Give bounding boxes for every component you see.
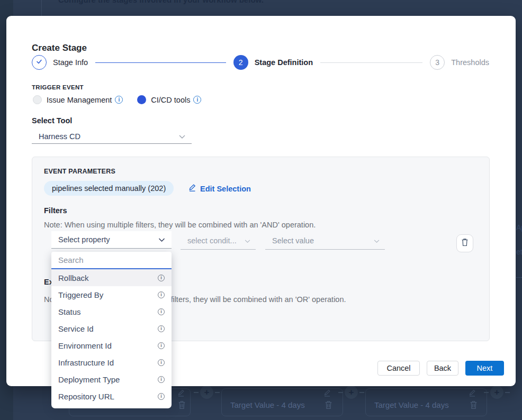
info-icon[interactable]: i [158, 275, 165, 281]
background-text-fragment: et [516, 248, 522, 256]
option-label: Service Id [58, 324, 94, 333]
edit-icon [177, 389, 186, 397]
check-icon [35, 57, 43, 68]
info-icon[interactable]: i [158, 325, 165, 332]
dashed-connector [484, 392, 489, 393]
edit-icon [188, 184, 200, 194]
property-dropdown[interactable]: Select property [51, 231, 172, 249]
event-parameters-heading: EVENT PARAMETERS [44, 168, 115, 175]
info-icon[interactable]: i [158, 359, 165, 366]
step-label: Stage Info [53, 58, 88, 67]
dashed-connector [359, 392, 364, 393]
option-environment-id[interactable]: Environment Idi [51, 337, 172, 354]
property-placeholder: Select property [58, 235, 110, 244]
dashed-connector [215, 392, 220, 393]
selection-pill: pipelines selected manually (202) [44, 181, 174, 196]
background-header-text: Configure the stages involved in your wo… [58, 0, 264, 4]
option-label: Infrastructure Id [58, 358, 114, 367]
stepper: Stage Info 2 Stage Definition 3 Threshol… [32, 54, 489, 70]
add-stage-button: + [490, 386, 503, 399]
option-infrastructure-id[interactable]: Infrastructure Idi [51, 354, 172, 371]
info-icon[interactable]: i [115, 96, 123, 104]
trigger-event-options: Issue Management i CI/CD tools i [33, 95, 201, 104]
chevron-down-icon [179, 132, 185, 141]
info-icon[interactable]: i [158, 342, 165, 349]
filters-heading: Filters [44, 206, 67, 215]
step-number: 3 [430, 55, 445, 70]
trash-icon [461, 238, 469, 249]
add-stage-button: + [200, 386, 213, 399]
info-icon[interactable]: i [158, 376, 165, 383]
select-tool-label: Select Tool [32, 116, 72, 125]
trash-icon [325, 400, 334, 409]
create-stage-modal: Create Stage Stage Info 2 Stage Definiti… [6, 16, 516, 386]
cancel-button[interactable]: Cancel [377, 361, 420, 376]
option-rollback[interactable]: Rollbacki [51, 269, 172, 286]
radio-label: Issue Management [47, 96, 112, 104]
chevron-down-icon [245, 236, 250, 245]
radio-label: CI/CD tools [151, 96, 190, 104]
search-input[interactable] [58, 255, 165, 264]
delete-filter-button[interactable] [456, 234, 473, 252]
select-tool-value: Harness CD [39, 132, 80, 141]
option-label: Environment Id [58, 341, 112, 350]
radio-unselected[interactable] [33, 95, 42, 104]
option-label: Repository URL [58, 392, 114, 401]
stepper-connector [320, 62, 422, 63]
info-icon[interactable]: i [158, 393, 165, 400]
search-field [51, 252, 172, 269]
condition-placeholder: select condit... [187, 236, 237, 245]
radio-issue-management[interactable]: Issue Management i [33, 95, 123, 104]
back-button[interactable]: Back [427, 361, 458, 376]
option-label: Triggered By [58, 290, 103, 299]
background-divider [41, 0, 42, 16]
option-triggered-by[interactable]: Triggered Byi [51, 286, 172, 303]
select-tool-dropdown[interactable]: Harness CD [32, 129, 192, 144]
radio-cicd-tools[interactable]: CI/CD tools i [137, 95, 201, 104]
option-label: Status [58, 307, 81, 316]
info-icon[interactable]: i [158, 308, 165, 315]
property-dropdown-menu: Rollbacki Triggered Byi Statusi Service … [51, 252, 172, 408]
option-label: Deployment Type [58, 375, 120, 384]
option-label: Rollback [58, 273, 89, 282]
info-icon[interactable]: i [158, 291, 165, 298]
dashed-connector [505, 392, 510, 393]
chevron-down-icon [374, 236, 380, 245]
dashed-connector [338, 392, 343, 393]
trigger-event-label: TRIGGER EVENT [32, 84, 84, 90]
filters-note: Note: When using multiple filters, they … [44, 221, 316, 229]
value-placeholder: Select value [272, 236, 314, 245]
step-stage-info[interactable]: Stage Info [32, 55, 88, 70]
step-stage-definition[interactable]: 2 Stage Definition [233, 55, 313, 70]
add-stage-button: + [345, 386, 358, 399]
condition-dropdown[interactable]: select condit... [181, 232, 256, 250]
step-label: Thresholds [451, 58, 489, 67]
edit-selection-label: Edit Selection [200, 185, 251, 193]
step-number: 2 [233, 55, 248, 70]
dashed-connector [194, 392, 199, 393]
edit-icon [468, 389, 478, 397]
trash-icon [470, 400, 479, 409]
workflow-card-label: Target Value - 4 days [374, 400, 449, 409]
step-thresholds[interactable]: 3 Thresholds [430, 55, 489, 70]
option-repository-url[interactable]: Repository URLi [51, 388, 172, 405]
trash-icon [178, 400, 187, 409]
edit-icon [323, 389, 332, 397]
edit-selection-link[interactable]: Edit Selection [188, 184, 251, 194]
background-text-fragment: Ap [516, 223, 522, 232]
radio-selected[interactable] [137, 95, 146, 104]
step-complete-circle [32, 55, 47, 70]
info-icon[interactable]: i [193, 96, 201, 104]
next-button[interactable]: Next [465, 361, 504, 376]
option-service-id[interactable]: Service Idi [51, 320, 172, 337]
step-label: Stage Definition [255, 58, 313, 67]
workflow-card-label: Target Value - 4 days [230, 400, 305, 409]
value-dropdown[interactable]: Select value [265, 232, 385, 250]
chevron-down-icon [158, 235, 165, 244]
option-status[interactable]: Statusi [51, 303, 172, 320]
option-deployment-type[interactable]: Deployment Typei [51, 371, 172, 388]
stepper-connector [95, 62, 226, 63]
modal-title: Create Stage [32, 43, 87, 53]
